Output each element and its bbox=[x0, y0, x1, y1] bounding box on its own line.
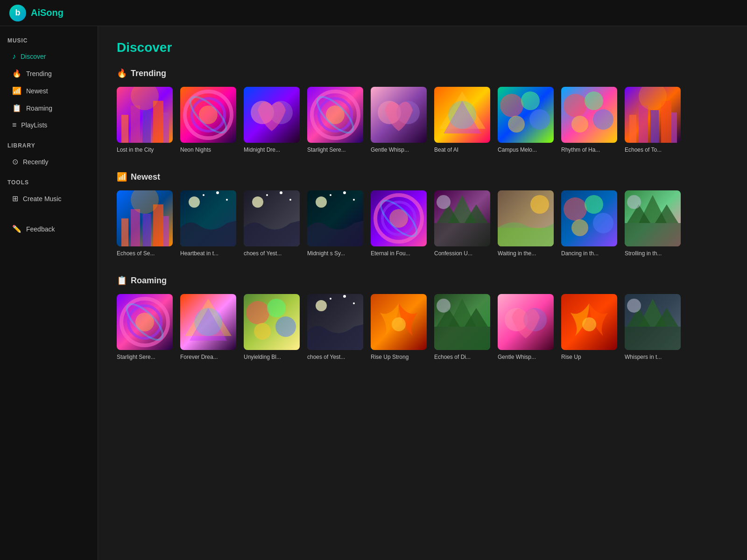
svg-rect-37 bbox=[142, 214, 151, 246]
library-section-label: Library bbox=[7, 142, 90, 149]
svg-rect-0 bbox=[121, 115, 128, 143]
svg-point-54 bbox=[353, 199, 355, 201]
song-card-r8[interactable]: Rise Up bbox=[561, 294, 617, 360]
newest-section-title: Newest bbox=[131, 172, 160, 182]
song-title-n8: Dancing in th... bbox=[561, 250, 617, 257]
svg-rect-36 bbox=[131, 209, 140, 246]
logo-icon: b bbox=[9, 5, 26, 21]
song-thumb-r7 bbox=[498, 294, 554, 350]
roaming-icon: 📋 bbox=[12, 104, 21, 112]
song-title-n9: Strolling in th... bbox=[625, 250, 681, 257]
song-card-n2[interactable]: Heartbeat in t... bbox=[180, 190, 236, 257]
svg-point-83 bbox=[194, 308, 222, 336]
recently-icon: ⊙ bbox=[12, 157, 18, 166]
svg-point-24 bbox=[508, 116, 525, 133]
song-card-n1[interactable]: Echoes of Se... bbox=[117, 190, 173, 257]
song-title-t4: Starlight Sere... bbox=[307, 147, 363, 153]
svg-point-48 bbox=[280, 191, 282, 194]
sidebar-item-playlists[interactable]: ≡ PlayLists bbox=[7, 117, 90, 133]
svg-point-25 bbox=[564, 94, 587, 117]
song-card-r7[interactable]: Gentle Whisp... bbox=[498, 294, 554, 360]
create-music-icon: ⊞ bbox=[12, 194, 18, 203]
song-card-t2[interactable]: Neon Nights bbox=[180, 87, 236, 153]
sidebar-item-recently[interactable]: ⊙ Recently bbox=[7, 154, 90, 170]
song-card-t1[interactable]: Lost in the City bbox=[117, 87, 173, 153]
svg-point-64 bbox=[437, 195, 451, 209]
song-thumb-t5 bbox=[371, 87, 427, 143]
roaming-section-icon: 📋 bbox=[117, 275, 127, 286]
song-card-t5[interactable]: Gentle Whisp... bbox=[371, 87, 427, 153]
song-thumb-t6 bbox=[434, 87, 490, 143]
trending-section: 🔥 Trending Lost in the City Neon Nights … bbox=[117, 68, 728, 153]
song-thumb-t3 bbox=[244, 87, 300, 143]
song-card-t7[interactable]: Campus Melo... bbox=[498, 87, 554, 153]
svg-point-67 bbox=[530, 195, 549, 214]
sidebar-item-trending[interactable]: 🔥 Trending bbox=[7, 65, 90, 82]
page-title: Discover bbox=[117, 40, 728, 55]
svg-point-23 bbox=[529, 109, 550, 130]
roaming-section: 📋 Roaming Starlight Sere... Forever Drea… bbox=[117, 275, 728, 360]
sidebar-item-roaming[interactable]: 📋 Roaming bbox=[7, 100, 90, 116]
svg-point-50 bbox=[266, 194, 268, 196]
song-thumb-n9 bbox=[625, 190, 681, 246]
song-thumb-r3 bbox=[244, 294, 300, 350]
song-card-t4[interactable]: Starlight Sere... bbox=[307, 87, 363, 153]
tools-section-label: Tools bbox=[7, 179, 90, 186]
sidebar-item-create[interactable]: ⊞ Create Music bbox=[7, 190, 90, 207]
song-card-n4[interactable]: Midnight s Sy... bbox=[307, 190, 363, 257]
song-thumb-n8 bbox=[561, 190, 617, 246]
feedback-icon: ✏️ bbox=[12, 224, 21, 233]
song-title-t9: Echoes of To... bbox=[625, 147, 681, 153]
song-thumb-n4 bbox=[307, 190, 363, 246]
layout: Music ♪ Discover 🔥 Trending 📶 Newest 📋 R… bbox=[0, 0, 747, 534]
song-title-n4: Midnight s Sy... bbox=[307, 250, 363, 257]
song-card-r5[interactable]: Rise Up Strong bbox=[371, 294, 427, 360]
song-card-t8[interactable]: Rhythm of Ha... bbox=[561, 87, 617, 153]
sidebar-item-feedback[interactable]: ✏️ Feedback bbox=[7, 221, 90, 237]
song-card-n3[interactable]: choes of Yest... bbox=[244, 190, 300, 257]
song-thumb-n2 bbox=[180, 190, 236, 246]
svg-point-92 bbox=[330, 298, 331, 300]
svg-point-71 bbox=[571, 219, 588, 236]
song-thumb-r6 bbox=[434, 294, 490, 350]
song-title-n2: Heartbeat in t... bbox=[180, 250, 236, 257]
sidebar-item-newest[interactable]: 📶 Newest bbox=[7, 83, 90, 99]
song-card-r2[interactable]: Forever Drea... bbox=[180, 294, 236, 360]
song-card-n7[interactable]: Waiting in the... bbox=[498, 190, 554, 257]
song-card-t6[interactable]: Beat of AI bbox=[434, 87, 490, 153]
newest-header: 📶 Newest bbox=[117, 172, 728, 182]
song-thumb-t1 bbox=[117, 87, 173, 143]
song-title-r5: Rise Up Strong bbox=[371, 354, 427, 360]
song-card-t9[interactable]: Echoes of To... bbox=[625, 87, 681, 153]
song-card-r9[interactable]: Whispers in t... bbox=[625, 294, 681, 360]
svg-rect-32 bbox=[661, 101, 671, 143]
song-card-t3[interactable]: Midnight Dre... bbox=[244, 87, 300, 153]
song-thumb-t7 bbox=[498, 87, 554, 143]
song-card-r1[interactable]: Starlight Sere... bbox=[117, 294, 173, 360]
song-title-n7: Waiting in the... bbox=[498, 250, 554, 257]
song-title-r1: Starlight Sere... bbox=[117, 354, 173, 360]
song-card-n6[interactable]: Confession U... bbox=[434, 190, 490, 257]
trending-section-icon: 🔥 bbox=[117, 68, 127, 78]
song-card-r3[interactable]: Unyielding Bl... bbox=[244, 294, 300, 360]
song-title-r2: Forever Drea... bbox=[180, 354, 236, 360]
song-title-t3: Midnight Dre... bbox=[244, 147, 300, 153]
song-card-n8[interactable]: Dancing in th... bbox=[561, 190, 617, 257]
song-card-r6[interactable]: Echoes of Di... bbox=[434, 294, 490, 360]
sidebar-item-discover[interactable]: ♪ Discover bbox=[7, 49, 90, 64]
svg-point-21 bbox=[500, 94, 523, 117]
song-thumb-t9 bbox=[625, 87, 681, 143]
song-card-r4[interactable]: choes of Yest... bbox=[307, 294, 363, 360]
svg-point-42 bbox=[189, 196, 200, 208]
svg-point-28 bbox=[571, 116, 588, 133]
song-title-r9: Whispers in t... bbox=[625, 354, 681, 360]
song-thumb-t4 bbox=[307, 87, 363, 143]
svg-point-26 bbox=[585, 91, 603, 110]
svg-point-22 bbox=[521, 91, 540, 110]
svg-rect-1 bbox=[131, 105, 140, 143]
song-thumb-r2 bbox=[180, 294, 236, 350]
svg-rect-60 bbox=[434, 223, 490, 246]
song-card-n5[interactable]: Eternal in Fou... bbox=[371, 190, 427, 257]
svg-point-91 bbox=[353, 302, 355, 304]
song-card-n9[interactable]: Strolling in th... bbox=[625, 190, 681, 257]
